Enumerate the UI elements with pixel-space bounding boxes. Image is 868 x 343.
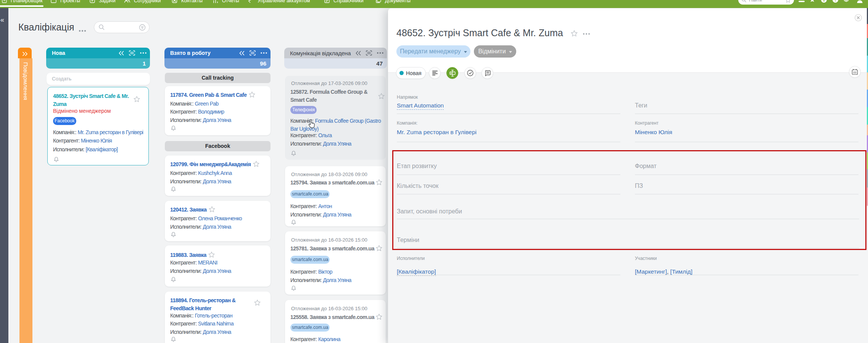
svg-text:!: ! bbox=[835, 0, 836, 2]
svg-text:i: i bbox=[823, 0, 825, 2]
